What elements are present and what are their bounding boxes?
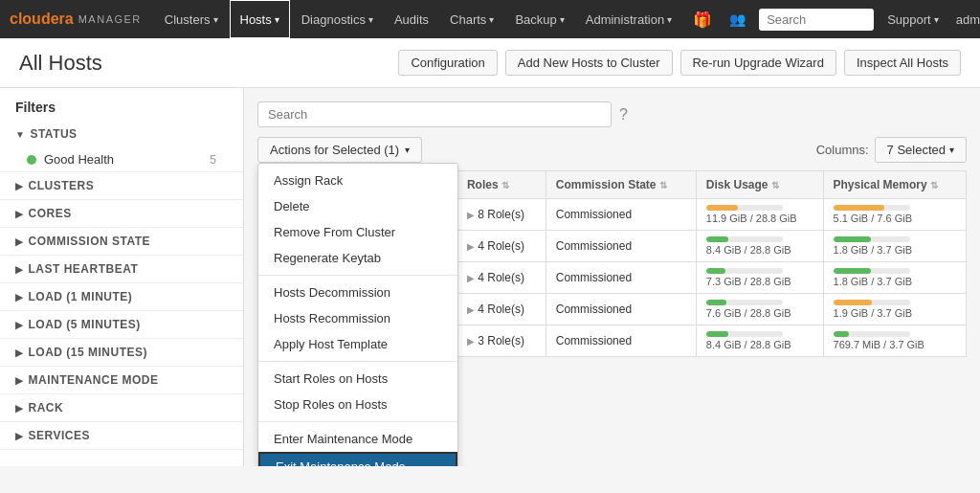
nav-item-clusters[interactable]: Clusters▾: [155, 0, 228, 38]
dropdown-item-delete[interactable]: Delete: [258, 193, 457, 219]
nav-item-administration[interactable]: Administration▾: [576, 0, 681, 38]
arrow-right-icon: ▶: [15, 320, 24, 330]
nav-item-admin[interactable]: admin▾: [948, 0, 980, 38]
logo: cloudera MANAGER: [10, 11, 142, 28]
filter-section-load-1: ▶ LOAD (1 MINUTE): [0, 283, 243, 311]
dropdown-divider-1: [258, 275, 457, 276]
filter-section-cores: ▶ CORES: [0, 200, 243, 228]
configuration-button[interactable]: Configuration: [398, 50, 497, 76]
nav-item-hosts[interactable]: Hosts▾: [230, 0, 290, 38]
filter-header-load-1[interactable]: ▶ LOAD (1 MINUTE): [0, 283, 243, 310]
filter-section-maintenance-mode: ▶ MAINTENANCE MODE: [0, 367, 243, 394]
top-nav: cloudera MANAGER Clusters▾ Hosts▾ Diagno…: [0, 0, 980, 38]
actions-dropdown-wrapper: Actions for Selected (1) ▾ Assign Rack D…: [257, 137, 422, 163]
cell-memory: 769.7 MiB / 3.7 GiB: [823, 325, 966, 357]
caret-icon: ▾: [667, 14, 672, 25]
arrow-right-icon: ▶: [15, 209, 24, 219]
arrow-right-icon: ▶: [15, 181, 24, 191]
cell-memory: 1.8 GiB / 3.7 GiB: [823, 262, 966, 294]
caret-icon: ▾: [560, 14, 565, 25]
sort-icon: ⇅: [659, 180, 667, 190]
cell-commission: Commissioned: [546, 199, 696, 231]
filter-header-status[interactable]: ▼ STATUS: [0, 121, 243, 147]
help-icon[interactable]: ?: [619, 106, 628, 123]
cell-roles: ▶ 3 Role(s): [457, 325, 546, 357]
columns-selector: Columns: 7 Selected ▾: [816, 137, 967, 163]
rerun-wizard-button[interactable]: Re-run Upgrade Wizard: [680, 50, 836, 76]
cell-memory: 5.1 GiB / 7.6 GiB: [823, 199, 966, 231]
sidebar: Filters ▼ STATUS Good Health 5 ▶ CLUSTER…: [0, 88, 244, 466]
filter-header-load-15[interactable]: ▶ LOAD (15 MINUTES): [0, 339, 243, 366]
cell-roles: ▶ 4 Role(s): [457, 262, 546, 294]
arrow-right-icon: ▶: [15, 292, 24, 303]
actions-for-selected-button[interactable]: Actions for Selected (1) ▾: [257, 137, 422, 163]
dropdown-item-stop-roles[interactable]: Stop Roles on Hosts: [258, 392, 457, 417]
dropdown-divider-3: [258, 421, 457, 422]
cell-disk: 8.4 GiB / 28.8 GiB: [696, 231, 823, 262]
page-title: All Hosts: [19, 51, 102, 76]
dropdown-item-assign-rack[interactable]: Assign Rack: [258, 168, 457, 193]
dropdown-item-hosts-recommission[interactable]: Hosts Recommission: [258, 305, 457, 331]
dropdown-item-start-roles[interactable]: Start Roles on Hosts: [258, 366, 457, 392]
col-memory[interactable]: Physical Memory ⇅: [823, 171, 966, 199]
dropdown-item-enter-maintenance[interactable]: Enter Maintenance Mode: [258, 426, 457, 452]
filter-header-clusters[interactable]: ▶ CLUSTERS: [0, 172, 243, 199]
cell-commission: Commissioned: [546, 231, 696, 262]
dropdown-item-hosts-decommission[interactable]: Hosts Decommission: [258, 280, 457, 305]
content-area: ? Actions for Selected (1) ▾ Assign Rack…: [244, 88, 980, 466]
arrow-right-icon: ▶: [15, 264, 24, 275]
hosts-search-input[interactable]: [257, 101, 612, 127]
logo-cloudera: cloudera: [10, 11, 74, 28]
dropdown-item-remove-from-cluster[interactable]: Remove From Cluster: [258, 219, 457, 245]
col-commission[interactable]: Commission State ⇅: [546, 171, 696, 199]
cell-memory: 1.8 GiB / 3.7 GiB: [823, 231, 966, 262]
sort-icon: ⇅: [771, 180, 779, 190]
filter-header-rack[interactable]: ▶ RACK: [0, 394, 243, 421]
filter-header-load-5[interactable]: ▶ LOAD (5 MINUTES): [0, 311, 243, 338]
actions-dropdown-menu: Assign Rack Delete Remove From Cluster R…: [257, 163, 458, 466]
filter-header-last-heartbeat[interactable]: ▶ LAST HEARTBEAT: [0, 256, 243, 282]
filter-count: 5: [210, 153, 216, 167]
nav-item-audits[interactable]: Audits: [385, 0, 438, 38]
columns-button[interactable]: 7 Selected ▾: [875, 137, 967, 163]
nav-search-input[interactable]: [759, 9, 874, 31]
filter-section-rack: ▶ RACK: [0, 394, 243, 422]
caret-down-icon: ▾: [405, 145, 410, 155]
filter-header-commission-state[interactable]: ▶ COMMISSION STATE: [0, 228, 243, 255]
nav-item-charts[interactable]: Charts▾: [440, 0, 503, 38]
cell-roles: ▶ 4 Role(s): [457, 294, 546, 325]
cell-memory: 1.9 GiB / 3.7 GiB: [823, 294, 966, 325]
filter-item-good-health[interactable]: Good Health 5: [0, 147, 243, 171]
dropdown-item-apply-host-template[interactable]: Apply Host Template: [258, 331, 457, 357]
filter-section-load-5: ▶ LOAD (5 MINUTES): [0, 311, 243, 339]
arrow-right-icon: ▶: [15, 403, 24, 414]
filter-section-last-heartbeat: ▶ LAST HEARTBEAT: [0, 256, 243, 283]
arrow-right-icon: ▶: [15, 236, 24, 247]
gift-icon[interactable]: 🎁: [685, 11, 720, 29]
nav-item-backup[interactable]: Backup▾: [505, 0, 573, 38]
add-hosts-button[interactable]: Add New Hosts to Cluster: [505, 50, 673, 76]
main-layout: Filters ▼ STATUS Good Health 5 ▶ CLUSTER…: [0, 88, 980, 466]
nav-item-support[interactable]: Support▾: [880, 0, 947, 38]
col-disk[interactable]: Disk Usage ⇅: [696, 171, 823, 199]
user-group-icon[interactable]: 👥: [722, 11, 753, 27]
filter-header-cores[interactable]: ▶ CORES: [0, 200, 243, 227]
caret-down-icon: ▾: [949, 145, 954, 155]
cell-roles: ▶ 4 Role(s): [457, 231, 546, 262]
caret-icon: ▾: [213, 14, 218, 25]
caret-icon: ▾: [489, 14, 494, 25]
dropdown-item-regenerate-keytab[interactable]: Regenerate Keytab: [258, 245, 457, 271]
col-roles[interactable]: Roles ⇅: [457, 171, 546, 199]
filter-header-services[interactable]: ▶ SERVICES: [0, 422, 243, 449]
columns-label: Columns:: [816, 143, 869, 157]
sort-icon: ⇅: [930, 180, 938, 190]
inspect-hosts-button[interactable]: Inspect All Hosts: [844, 50, 961, 76]
sort-icon: ⇅: [501, 180, 509, 190]
dropdown-item-exit-maintenance[interactable]: Exit Maintenance Mode: [258, 452, 457, 466]
filter-section-load-15: ▶ LOAD (15 MINUTES): [0, 339, 243, 367]
cell-commission: Commissioned: [546, 325, 696, 357]
arrow-right-icon: ▶: [15, 431, 24, 441]
filter-header-maintenance-mode[interactable]: ▶ MAINTENANCE MODE: [0, 367, 243, 393]
filter-section-services: ▶ SERVICES: [0, 422, 243, 450]
nav-item-diagnostics[interactable]: Diagnostics▾: [292, 0, 383, 38]
